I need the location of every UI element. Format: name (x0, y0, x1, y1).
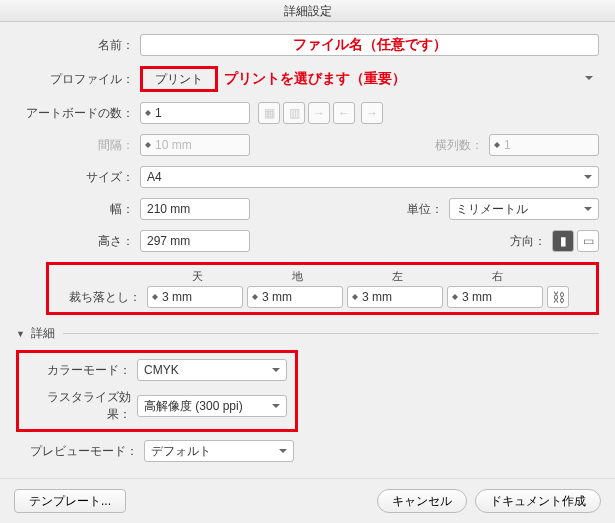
orientation-label: 方向： (502, 233, 552, 250)
preview-label: プレビューモード： (16, 443, 144, 460)
arrow-left-icon: ← (333, 102, 355, 124)
profile-label: プロファイル： (16, 71, 140, 88)
orientation-landscape-icon[interactable]: ▭ (577, 230, 599, 252)
bleed-left-label: 左 (347, 269, 447, 284)
colormode-label: カラーモード： (27, 362, 137, 379)
arrow-right2-icon: → (361, 102, 383, 124)
name-annotation: ファイル名（任意です） (293, 36, 447, 54)
artboards-label: アートボードの数： (16, 105, 140, 122)
colormode-select[interactable]: CMYK (137, 359, 287, 381)
profile-select[interactable] (412, 68, 599, 90)
cancel-button[interactable]: キャンセル (377, 489, 467, 513)
spacing-label: 間隔： (16, 137, 140, 154)
orientation-portrait-icon[interactable]: ▮ (552, 230, 574, 252)
bleed-top-stepper[interactable]: 3 mm (147, 286, 243, 308)
bleed-left-stepper[interactable]: 3 mm (347, 286, 443, 308)
profile-annotation: プリントを選びます（重要） (224, 70, 406, 88)
columns-stepper: 1 (489, 134, 599, 156)
bleed-label: 裁ち落とし： (55, 289, 147, 306)
grid-col-icon: ▥ (283, 102, 305, 124)
bleed-top-label: 天 (147, 269, 247, 284)
width-label: 幅： (16, 201, 140, 218)
width-input[interactable]: 210 mm (140, 198, 250, 220)
create-button[interactable]: ドキュメント作成 (475, 489, 601, 513)
advanced-section[interactable]: 詳細 (16, 325, 599, 342)
height-label: 高さ： (16, 233, 140, 250)
artboards-stepper[interactable]: 1 (140, 102, 250, 124)
height-input[interactable]: 297 mm (140, 230, 250, 252)
bleed-bottom-stepper[interactable]: 3 mm (247, 286, 343, 308)
bleed-bottom-label: 地 (247, 269, 347, 284)
bleed-right-label: 右 (447, 269, 547, 284)
profile-value: プリント (145, 71, 213, 88)
spacing-stepper: 10 mm (140, 134, 250, 156)
preview-select[interactable]: デフォルト (144, 440, 294, 462)
columns-label: 横列数： (429, 137, 489, 154)
units-select[interactable]: ミリメートル (449, 198, 599, 220)
link-icon[interactable]: ⛓ (547, 286, 569, 308)
raster-label: ラスタライズ効果： (27, 389, 137, 423)
size-select[interactable]: A4 (140, 166, 599, 188)
bleed-right-stepper[interactable]: 3 mm (447, 286, 543, 308)
arrow-right-icon: → (308, 102, 330, 124)
name-input[interactable]: ファイル名（任意です） (140, 34, 599, 56)
grid-row-icon: ▦ (258, 102, 280, 124)
template-button[interactable]: テンプレート... (14, 489, 126, 513)
window-title: 詳細設定 (0, 0, 615, 22)
name-label: 名前： (16, 37, 140, 54)
size-label: サイズ： (16, 169, 140, 186)
raster-select[interactable]: 高解像度 (300 ppi) (137, 395, 287, 417)
units-label: 単位： (399, 201, 449, 218)
